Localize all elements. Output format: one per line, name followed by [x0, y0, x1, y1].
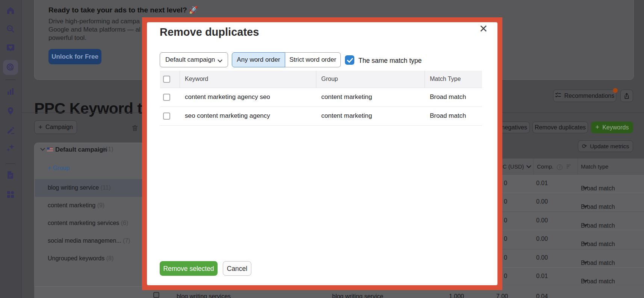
campaign-select[interactable]: Default campaign	[160, 52, 228, 67]
column-divider	[577, 159, 578, 174]
apps-grid-icon[interactable]	[6, 190, 15, 199]
group-cell: content marketing	[321, 93, 372, 101]
comp-value: 0.01	[536, 180, 548, 187]
add-campaign-button[interactable]: + Campaign	[34, 120, 77, 134]
recommendations-button[interactable]: Recommendations	[553, 90, 616, 102]
refresh-icon: ⟳	[582, 143, 587, 150]
duplicate-row: seo content marketing agency content mar…	[160, 107, 482, 126]
group-name: social media managemen...	[48, 237, 121, 244]
group-name: content marketing services	[48, 220, 119, 226]
group-name: blog writing service	[48, 184, 99, 191]
map-pin-icon[interactable]	[6, 106, 15, 116]
keyword-cell: content marketing agency seo	[185, 93, 270, 101]
keyword-column-header: Keyword	[185, 76, 208, 82]
column-divider	[425, 71, 425, 88]
edit-pencil-icon[interactable]	[6, 126, 15, 135]
remove-duplicates-modal: Remove duplicates ✕ Default campaign Any…	[147, 22, 497, 285]
group-cell: blog writing service	[332, 293, 383, 298]
plus-icon: +	[48, 165, 51, 171]
trash-icon[interactable]	[131, 124, 139, 133]
negatives-label: negatives	[502, 124, 528, 131]
group-item-blog-writing-service[interactable]: blog writing service (11)	[48, 184, 111, 191]
recommendations-label: Recommendations	[564, 93, 614, 99]
update-metrics-button[interactable]: ⟳ Update metrics	[578, 140, 633, 152]
remove-duplicates-label: Remove duplicates	[535, 124, 586, 131]
same-match-type-checkbox[interactable]	[345, 55, 354, 65]
comp-value: 0.00	[536, 198, 548, 205]
comp-cell: 0.04	[536, 293, 548, 298]
modal-title: Remove duplicates	[160, 26, 259, 38]
campaign-select-value: Default campaign	[165, 56, 215, 64]
keyword-cell: seo content marketing agency	[185, 112, 270, 120]
chevron-down-icon[interactable]	[38, 146, 44, 153]
select-all-checkbox[interactable]	[163, 76, 170, 83]
feedback-heart-icon[interactable]	[6, 43, 15, 52]
cpc-value: 0	[504, 217, 507, 224]
remove-selected-button[interactable]: Remove selected	[160, 261, 218, 276]
export-button[interactable]	[620, 90, 633, 102]
promo-banner-title: Ready to take your ads to the next level…	[48, 6, 198, 14]
word-order-any-toggle[interactable]: Any word order	[232, 52, 285, 67]
group-item-ungrouped-keywords[interactable]: Ungrouped keywords (8)	[48, 255, 113, 262]
group-count: (7)	[123, 237, 130, 244]
campaign-count: (41)	[103, 146, 113, 153]
group-item-social-media-management[interactable]: social media managemen... (7)	[48, 237, 130, 244]
cpc-value: 0	[504, 236, 507, 242]
app-window: Ready to take your ads to the next level…	[0, 0, 644, 298]
ai-sparkles-icon[interactable]	[6, 143, 15, 152]
home-icon[interactable]	[6, 6, 15, 15]
cpc-value: 0	[504, 273, 507, 280]
group-cell: content marketing	[321, 112, 372, 120]
add-keywords-label: Keywords	[602, 124, 629, 131]
cancel-button[interactable]: Cancel	[223, 261, 251, 276]
duplicates-table: Keyword Group Match Type content marketi…	[160, 71, 482, 126]
group-count: (8)	[106, 255, 114, 262]
duplicate-row: content marketing agency seo content mar…	[160, 88, 482, 107]
sort-bars-icon	[566, 164, 571, 169]
comp-value: 0.00	[536, 254, 548, 261]
close-icon[interactable]: ✕	[479, 23, 488, 35]
campaign-name[interactable]: Default campaign	[55, 146, 107, 153]
sidebar-divider	[6, 79, 15, 80]
keyword-research-icon[interactable]	[6, 24, 15, 33]
column-divider	[533, 159, 534, 174]
group-name: content marketing	[48, 202, 95, 208]
cpc-value: 0	[504, 198, 507, 205]
update-metrics-label: Update metrics	[590, 143, 629, 150]
row-checkbox[interactable]	[153, 292, 159, 298]
sort-chevron-icon	[526, 163, 531, 168]
cpc-value: 0	[504, 180, 507, 187]
analytics-bars-icon[interactable]	[6, 87, 15, 96]
row-checkbox[interactable]	[163, 94, 170, 101]
add-group-button[interactable]: + Group	[48, 165, 70, 172]
promo-banner-line: powerful tool.	[48, 34, 86, 42]
info-icon: i	[557, 164, 562, 170]
row-checkbox[interactable]	[163, 113, 170, 120]
report-document-icon[interactable]	[6, 170, 15, 179]
promo-banner-line: Google and Meta platforms — al	[48, 26, 141, 33]
group-count: (6)	[121, 220, 128, 226]
volume-cell: 1,000	[445, 293, 464, 298]
ppc-tool-icon[interactable]	[6, 63, 15, 72]
unlock-for-free-button[interactable]: Unlock for Free	[48, 49, 101, 64]
same-match-type-label: The same match type	[358, 57, 422, 65]
remove-duplicates-button[interactable]: Remove duplicates	[532, 122, 588, 133]
add-keywords-button[interactable]: + Keywords	[591, 122, 633, 133]
add-group-label: Group	[53, 165, 70, 171]
match-type-cell: Broad match	[430, 93, 466, 101]
column-divider	[180, 71, 180, 88]
match-type-cell: Broad match	[430, 112, 466, 120]
match-type-column-header: Match type	[581, 163, 608, 170]
word-order-strict-toggle[interactable]: Strict word order	[285, 52, 341, 67]
comp-value: 0.01	[536, 273, 548, 280]
remove-duplicates-modal-frame: Remove duplicates ✕ Default campaign Any…	[142, 17, 502, 290]
cpc-value: 0	[504, 254, 507, 261]
group-count: (11)	[101, 184, 111, 191]
sidebar	[0, 0, 22, 298]
add-campaign-label: Campaign	[45, 124, 73, 131]
chevron-down-icon	[218, 58, 222, 62]
group-item-content-marketing[interactable]: content marketing (9)	[48, 202, 104, 209]
group-item-content-marketing-services[interactable]: content marketing services (6)	[48, 220, 128, 227]
comp-column-header[interactable]: Comp. i	[537, 163, 571, 170]
plus-icon: +	[38, 123, 42, 131]
